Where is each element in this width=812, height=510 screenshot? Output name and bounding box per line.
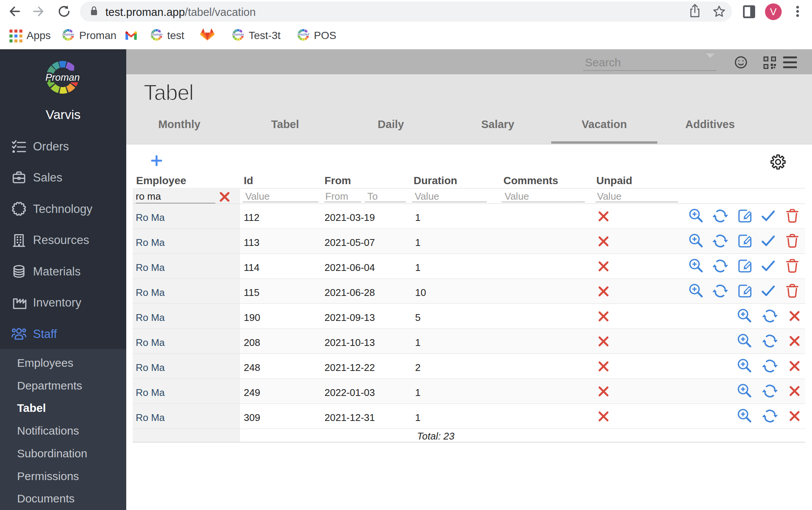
svg-text:Proman: Proman bbox=[151, 33, 163, 36]
svg-text:Proman: Proman bbox=[232, 33, 244, 36]
svg-text:Proman: Proman bbox=[63, 33, 74, 36]
svg-text:Proman: Proman bbox=[45, 72, 80, 83]
svg-text:Prochef: Prochef bbox=[298, 33, 310, 36]
